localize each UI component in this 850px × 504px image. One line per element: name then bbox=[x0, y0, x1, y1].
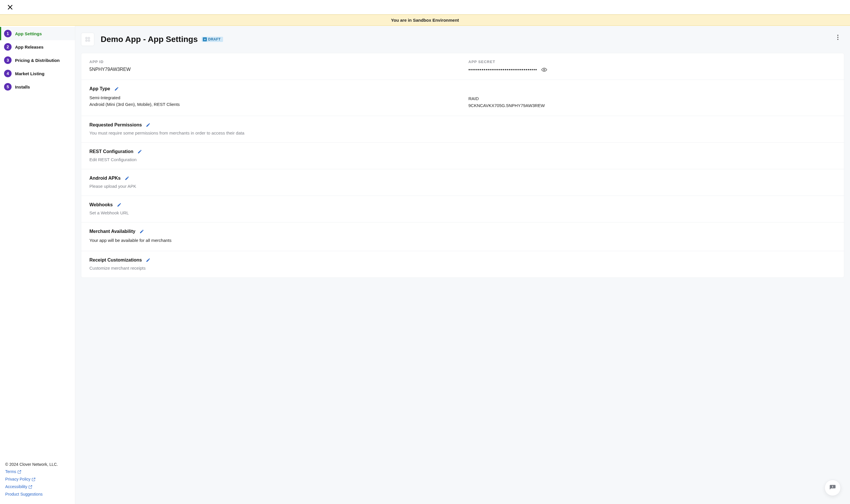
app-id-label: APP ID bbox=[89, 59, 457, 64]
external-link-icon bbox=[32, 478, 36, 482]
edit-webhooks-button[interactable] bbox=[117, 202, 122, 207]
permissions-desc: You must require some permissions from m… bbox=[89, 130, 836, 136]
apks-desc: Please upload your APK bbox=[89, 184, 836, 188]
reveal-secret-button[interactable] bbox=[541, 67, 547, 73]
footer-link-product-suggestions[interactable]: Product Suggestions bbox=[5, 491, 42, 498]
top-bar bbox=[0, 0, 850, 15]
app-id-value: 5NPHY79AW3REW bbox=[89, 67, 457, 72]
svg-point-1 bbox=[88, 37, 90, 39]
footer-link-label: Terms bbox=[5, 468, 16, 476]
section-app-type: App Type Semi-Integrated Android (Mini (… bbox=[81, 80, 844, 116]
shell: 1 App Settings 2 App Releases 3 Pricing … bbox=[0, 26, 850, 504]
status-badge-label: DRAFT bbox=[208, 37, 220, 41]
app-type-line1: Semi-Integrated bbox=[89, 94, 457, 101]
edit-app-type-button[interactable] bbox=[114, 87, 119, 91]
sidebar-item-label: Market Listing bbox=[15, 71, 44, 76]
section-title: App Type bbox=[89, 86, 110, 91]
close-icon[interactable] bbox=[7, 4, 13, 11]
app-secret-label: APP SECRET bbox=[468, 59, 836, 64]
external-link-icon bbox=[17, 470, 21, 474]
sidebar-item-label: Pricing & Distribution bbox=[15, 58, 59, 63]
app-secret-value: •••••••••••••••••••••••••••••••••••• bbox=[468, 67, 537, 72]
sidebar-item-pricing[interactable]: 3 Pricing & Distribution bbox=[0, 54, 75, 67]
footer-link-label: Accessibility bbox=[5, 483, 27, 491]
section-title: Merchant Availability bbox=[89, 229, 135, 234]
more-actions-button[interactable] bbox=[834, 34, 841, 41]
sidebar-item-app-releases[interactable]: 2 App Releases bbox=[0, 40, 75, 54]
copyright: © 2024 Clover Network, LLC. bbox=[5, 461, 70, 468]
svg-point-0 bbox=[85, 37, 88, 39]
footer-link-label: Privacy Policy bbox=[5, 476, 30, 483]
section-title: Receipt Customizations bbox=[89, 257, 142, 263]
availability-desc: Your app will be available for all merch… bbox=[89, 237, 836, 244]
section-receipts: Receipt Customizations Customize merchan… bbox=[81, 251, 844, 277]
feedback-icon bbox=[829, 484, 836, 491]
svg-point-4 bbox=[543, 69, 545, 71]
sidebar: 1 App Settings 2 App Releases 3 Pricing … bbox=[0, 26, 75, 504]
section-rest: REST Configuration Edit REST Configurati… bbox=[81, 143, 844, 169]
clover-icon bbox=[84, 36, 91, 43]
section-availability: Merchant Availability Your app will be a… bbox=[81, 222, 844, 251]
sidebar-item-market-listing[interactable]: 4 Market Listing bbox=[0, 67, 75, 80]
raid-value: 9CKNCAVKX705G.5NPHY79AW3REW bbox=[468, 102, 836, 109]
step-badge: 3 bbox=[4, 56, 12, 64]
svg-point-2 bbox=[85, 39, 88, 42]
section-title: REST Configuration bbox=[89, 149, 133, 154]
step-badge: 2 bbox=[4, 43, 12, 51]
receipts-desc: Customize merchant receipts bbox=[89, 266, 836, 271]
sandbox-banner: You are in Sandbox Environment bbox=[0, 15, 850, 26]
step-badge: 4 bbox=[4, 70, 12, 77]
section-title: Webhooks bbox=[89, 202, 113, 208]
footer-link-privacy[interactable]: Privacy Policy bbox=[5, 476, 36, 483]
sidebar-nav: 1 App Settings 2 App Releases 3 Pricing … bbox=[0, 26, 75, 457]
settings-card: APP ID 5NPHY79AW3REW APP SECRET ••••••••… bbox=[81, 53, 844, 278]
step-badge: 5 bbox=[4, 83, 12, 91]
section-title: Android APKs bbox=[89, 176, 121, 181]
feedback-button[interactable] bbox=[825, 480, 841, 496]
webhooks-desc: Set a Webhook URL bbox=[89, 210, 836, 215]
page-title-wrap: Demo App - App Settings + DRAFT bbox=[101, 35, 223, 44]
footer-link-label: Product Suggestions bbox=[5, 491, 42, 498]
sidebar-item-label: App Settings bbox=[15, 31, 42, 36]
sidebar-item-label: App Releases bbox=[15, 44, 43, 50]
footer-link-terms[interactable]: Terms bbox=[5, 468, 21, 476]
page-header: Demo App - App Settings + DRAFT bbox=[75, 26, 850, 53]
status-badge: + DRAFT bbox=[202, 37, 223, 42]
edit-rest-button[interactable] bbox=[138, 149, 142, 154]
edit-permissions-button[interactable] bbox=[146, 123, 150, 127]
sidebar-item-label: Installs bbox=[15, 85, 30, 89]
sidebar-item-installs[interactable]: 5 Installs bbox=[0, 80, 75, 93]
section-app-credentials: APP ID 5NPHY79AW3REW APP SECRET ••••••••… bbox=[81, 53, 844, 80]
section-apks: Android APKs Please upload your APK bbox=[81, 169, 844, 196]
page-title: Demo App - App Settings bbox=[101, 35, 198, 44]
sidebar-footer: © 2024 Clover Network, LLC. Terms Privac… bbox=[0, 457, 75, 504]
edit-receipts-button[interactable] bbox=[146, 258, 150, 263]
raid-label: RAID bbox=[468, 96, 836, 101]
footer-link-accessibility[interactable]: Accessibility bbox=[5, 483, 32, 491]
main: Demo App - App Settings + DRAFT APP ID 5… bbox=[75, 26, 850, 504]
sidebar-item-app-settings[interactable]: 1 App Settings bbox=[0, 27, 75, 40]
rest-desc: Edit REST Configuration bbox=[89, 157, 836, 162]
step-badge: 1 bbox=[4, 30, 12, 37]
edit-apks-button[interactable] bbox=[125, 176, 129, 181]
plus-icon: + bbox=[203, 37, 207, 41]
app-type-line2: Android (Mini (3rd Gen), Mobile), REST C… bbox=[89, 101, 457, 108]
svg-point-3 bbox=[88, 39, 90, 42]
external-link-icon bbox=[28, 485, 32, 489]
section-permissions: Requested Permissions You must require s… bbox=[81, 116, 844, 143]
edit-availability-button[interactable] bbox=[140, 229, 144, 234]
section-webhooks: Webhooks Set a Webhook URL bbox=[81, 196, 844, 222]
section-title: Requested Permissions bbox=[89, 122, 142, 128]
app-icon bbox=[81, 33, 94, 46]
